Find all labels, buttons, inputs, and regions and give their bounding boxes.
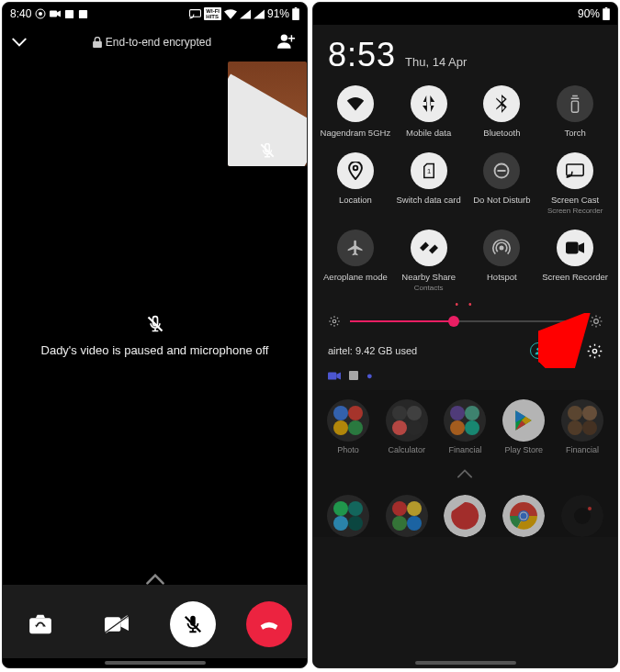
svg-rect-18: [603, 8, 610, 20]
svg-point-29: [536, 348, 539, 351]
tile-label: Bluetooth: [483, 128, 520, 138]
sim-icon: 1: [411, 152, 447, 189]
qs-tile-location[interactable]: Location: [319, 152, 392, 215]
folder-icon: [561, 399, 603, 442]
app-label: Calculator: [388, 445, 425, 454]
wifi-badge-icon: WI-FIHITS: [204, 7, 221, 20]
status-bar: 90%: [313, 3, 617, 25]
tile-label: Do Not Disturb: [473, 195, 530, 205]
app-drawer: PhotoCalculatorFinancialPlay StoreFinanc…: [313, 390, 617, 537]
data-icon: [411, 85, 447, 122]
call-header: End-to-end encrypted: [3, 25, 307, 60]
svg-point-25: [501, 246, 503, 249]
app-label: Financial: [448, 445, 481, 454]
svg-point-41: [588, 507, 592, 510]
svg-point-20: [354, 166, 358, 171]
mute-button[interactable]: [170, 601, 216, 647]
data-usage-label[interactable]: airtel: 9.42 GB used: [328, 345, 417, 356]
app-icon: [502, 495, 545, 537]
recording-indicator-icon: [35, 8, 46, 19]
qs-tile-nearby[interactable]: Nearby ShareContacts: [392, 230, 466, 292]
signal-icon: [254, 9, 265, 19]
switch-camera-button[interactable]: [17, 601, 63, 647]
svg-rect-5: [190, 9, 201, 17]
brightness-auto-icon[interactable]: [590, 315, 603, 328]
cast-icon: [189, 9, 201, 19]
bluetooth-icon: [483, 85, 520, 122]
svg-rect-7: [292, 8, 299, 20]
gear-icon[interactable]: [587, 343, 603, 359]
app-photo-0[interactable]: Photo: [319, 399, 378, 454]
qs-tile-hotspot[interactable]: Hotspot: [466, 230, 539, 292]
wifi-icon: [224, 9, 237, 19]
tile-label: Screen Recorder: [542, 272, 608, 282]
folder-icon: [386, 495, 428, 537]
torch-icon: [557, 85, 593, 122]
add-participant-button[interactable]: [277, 32, 298, 53]
video-icon[interactable]: [328, 371, 341, 381]
svg-rect-12: [30, 618, 52, 633]
mic-off-icon: [3, 315, 307, 336]
battery-percent: 91%: [267, 7, 289, 20]
brightness-slider[interactable]: [313, 309, 617, 337]
qs-tile-wifi[interactable]: Nagendram 5GHz: [319, 85, 392, 138]
svg-rect-32: [349, 371, 358, 380]
video-icon: [50, 9, 61, 18]
edit-icon[interactable]: [559, 343, 574, 358]
app-icon[interactable]: [553, 495, 612, 537]
svg-text:1: 1: [427, 167, 431, 175]
app-calculator-1[interactable]: Calculator: [378, 399, 436, 454]
app-icon[interactable]: [436, 495, 495, 537]
app-financial-4[interactable]: Financial: [553, 399, 612, 454]
dot-icon: ●: [366, 370, 373, 381]
qs-tile-plane[interactable]: Aeroplane mode: [319, 230, 392, 292]
call-toolbar: [3, 585, 307, 658]
app-play-store-3[interactable]: Play Store: [494, 399, 553, 454]
chevron-up-icon[interactable]: [319, 464, 612, 486]
video-off-button[interactable]: [94, 601, 140, 647]
tile-label: Screen Cast: [551, 195, 599, 205]
qs-date: Thu, 14 Apr: [405, 55, 467, 69]
mic-off-icon: [259, 142, 276, 159]
chevron-down-icon[interactable]: [12, 34, 27, 50]
qs-tile-sim[interactable]: 1Switch data card: [392, 152, 466, 215]
qs-tile-torch[interactable]: Torch: [538, 85, 612, 138]
encryption-label: End-to-end encrypted: [93, 36, 211, 49]
tile-sublabel: Screen Recorder: [547, 207, 603, 215]
hotspot-icon: [483, 230, 520, 266]
svg-rect-8: [93, 41, 102, 48]
image-icon[interactable]: [348, 370, 359, 381]
tile-label: Switch data card: [397, 195, 461, 205]
qs-tile-bluetooth[interactable]: Bluetooth: [466, 85, 539, 138]
app-icon[interactable]: [494, 495, 553, 537]
user-badge-icon[interactable]: [530, 342, 547, 359]
qs-tile-record[interactable]: Screen Recorder: [538, 230, 612, 292]
nav-handle[interactable]: [105, 661, 206, 665]
app-icon[interactable]: [378, 495, 436, 537]
svg-rect-17: [605, 7, 608, 8]
folder-icon: [327, 399, 369, 442]
app-financial-2[interactable]: Financial: [436, 399, 495, 454]
tile-label: Hotspot: [487, 272, 517, 282]
svg-rect-2: [50, 11, 57, 17]
app-label: Financial: [566, 445, 599, 454]
qs-tile-data[interactable]: Mobile data: [392, 85, 466, 138]
app-icon[interactable]: [319, 495, 378, 537]
tile-label: Torch: [565, 128, 586, 138]
qs-tile-cast[interactable]: Screen CastScreen Recorder: [538, 152, 612, 215]
app-label: Play Store: [505, 445, 544, 454]
image-icon: [64, 9, 74, 19]
folder-icon: [327, 495, 369, 537]
chevron-up-icon[interactable]: [143, 572, 167, 588]
self-video-preview[interactable]: [228, 62, 307, 166]
tile-label: Mobile data: [406, 128, 451, 138]
brightness-low-icon: [328, 315, 341, 328]
slider-track[interactable]: [350, 320, 581, 322]
app-label: Photo: [337, 445, 359, 454]
end-call-button[interactable]: [246, 601, 292, 647]
tile-label: Nagendram 5GHz: [321, 128, 391, 138]
nav-handle[interactable]: [415, 661, 516, 665]
svg-rect-6: [295, 7, 298, 8]
svg-rect-4: [79, 9, 87, 17]
qs-tile-dnd[interactable]: Do Not Disturb: [466, 152, 539, 215]
